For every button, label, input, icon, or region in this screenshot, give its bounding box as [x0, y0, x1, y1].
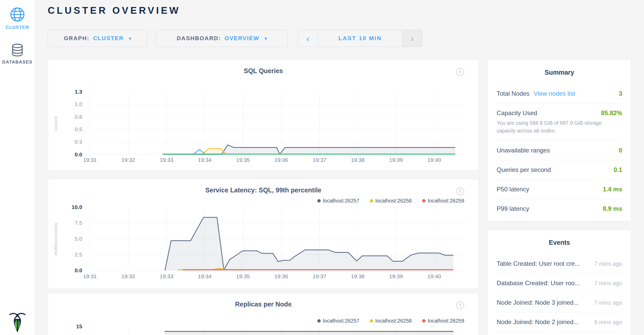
summary-description: You are using 598.9 GiB of 697.9 GiB sto…: [497, 119, 622, 135]
dashboard-dropdown[interactable]: DASHBOARD: OVERVIEW ▾: [156, 30, 288, 47]
charts-column: SQL Queries ! 19:3119:3219:3319:3419:351…: [48, 60, 479, 335]
database-icon: [10, 43, 24, 57]
y-tick-label: 1.3: [75, 89, 82, 95]
y-axis-title: milliseconds: [53, 222, 58, 255]
chevron-down-icon: ▾: [264, 36, 267, 41]
y-axis-title: count: [53, 116, 58, 131]
series-fill-localhost:26257: [165, 217, 454, 270]
x-tick-label: 19:35: [236, 273, 250, 279]
event-time: 7 mins ago: [588, 299, 622, 306]
chart-card-sql-queries: SQL Queries ! 19:3119:3219:3319:3419:351…: [48, 60, 479, 171]
cockroachdb-logo-icon: [8, 312, 26, 333]
service-latency-chart[interactable]: 19:3119:3219:3319:3419:3519:3619:3719:38…: [48, 201, 479, 288]
x-tick-label: 19:32: [121, 273, 135, 279]
x-tick-label: 19:36: [275, 273, 288, 279]
x-tick-label: 19:33: [160, 273, 173, 279]
sidebar: CLUSTER DATABASES: [0, 0, 35, 335]
x-tick-label: 19:38: [351, 273, 365, 279]
y-tick-label: 15: [76, 323, 83, 329]
event-text: Node Joined: Node 2 joined...: [497, 318, 579, 326]
time-prev-button[interactable]: ‹: [298, 30, 318, 47]
x-tick-label: 19:39: [389, 157, 403, 163]
summary-label: P50 latency: [497, 186, 529, 193]
y-tick-label: 2.5: [75, 252, 82, 257]
graph-dropdown[interactable]: GRAPH: CLUSTER ▾: [48, 30, 147, 47]
time-range-label[interactable]: LAST 10 MIN: [318, 30, 402, 47]
sidebar-item-label: DATABASES: [2, 60, 33, 65]
x-tick-label: 19:37: [313, 273, 326, 279]
x-tick-label: 19:33: [160, 157, 173, 163]
time-next-button[interactable]: ›: [402, 30, 422, 47]
graph-dropdown-value: CLUSTER: [93, 35, 124, 42]
dashboard-dropdown-label: DASHBOARD:: [177, 35, 221, 42]
summary-row: Capacity Used85.82%You are using 598.9 G…: [497, 103, 622, 141]
summary-label: Unavailable ranges: [497, 147, 550, 154]
event-row[interactable]: Node Joined: Node 2 joined...8 mins ago: [497, 312, 622, 332]
globe-icon: [10, 7, 25, 22]
sidebar-item-cluster[interactable]: CLUSTER: [0, 0, 35, 30]
time-range-selector: ‹ LAST 10 MIN ›: [298, 30, 422, 47]
chart-title: Replicas per Node: [48, 293, 479, 308]
sidebar-item-label: CLUSTER: [6, 25, 29, 30]
x-tick-label: 19:34: [198, 273, 212, 279]
x-tick-label: 19:38: [351, 157, 365, 163]
event-time: 7 mins ago: [588, 280, 622, 287]
replicas-per-node-chart[interactable]: 19:3119:3219:3319:3419:3519:3619:3719:38…: [48, 322, 479, 335]
y-tick-label: 0.0: [75, 151, 82, 157]
y-tick-label: 0.0: [75, 267, 82, 273]
event-time: 7 mins ago: [588, 261, 622, 267]
summary-value: 85.82%: [598, 109, 622, 117]
summary-value: 3: [616, 90, 622, 97]
event-text: Database Created: User roo...: [497, 280, 580, 287]
x-tick-label: 19:37: [313, 157, 326, 163]
events-panel: Events Table Created: User root cre...7 …: [488, 230, 631, 335]
y-tick-label: 0.3: [75, 139, 82, 145]
right-column: Summary Total NodesView nodes list3Capac…: [488, 60, 631, 335]
sql-queries-chart[interactable]: 19:3119:3219:3319:3419:3519:3619:3719:38…: [48, 74, 479, 168]
summary-value: 0: [616, 147, 622, 154]
info-icon[interactable]: !: [456, 302, 464, 309]
chart-title: Service Latency: SQL, 99th percentile: [48, 179, 479, 194]
event-row[interactable]: Node Joined: Node 3 joined...7 mins ago: [497, 293, 622, 312]
chart-card-service-latency: Service Latency: SQL, 99th percentile ! …: [48, 179, 479, 289]
event-text: Node Joined: Node 3 joined...: [497, 299, 579, 306]
x-tick-label: 19:36: [275, 157, 288, 163]
summary-panel: Summary Total NodesView nodes list3Capac…: [488, 60, 631, 221]
events-title: Events: [497, 230, 622, 254]
view-nodes-list-link[interactable]: View nodes list: [534, 90, 575, 97]
summary-value: 0.1: [611, 166, 622, 173]
summary-row: Queries per second0.1: [497, 160, 622, 179]
series-fill-localhost:26257: [165, 331, 453, 335]
event-row[interactable]: Node Joined: Node 1 joined...8 mins ago: [497, 332, 622, 335]
y-tick-label: 0.5: [75, 126, 82, 132]
x-tick-label: 19:40: [427, 157, 441, 163]
summary-label: Capacity Used: [497, 109, 537, 117]
event-row[interactable]: Database Created: User roo...7 mins ago: [497, 274, 622, 293]
x-tick-label: 19:34: [198, 157, 212, 163]
x-tick-label: 19:31: [83, 157, 97, 163]
info-icon[interactable]: !: [456, 187, 464, 195]
graph-dropdown-label: GRAPH:: [64, 35, 90, 42]
sidebar-item-databases[interactable]: DATABASES: [0, 30, 35, 65]
x-tick-label: 19:35: [236, 157, 250, 163]
summary-title: Summary: [497, 60, 622, 84]
dashboard-dropdown-value: OVERVIEW: [224, 35, 259, 42]
event-text: Table Created: User root cre...: [497, 260, 580, 267]
chart-card-replicas-per-node: Replicas per Node ! localhost:26257local…: [48, 293, 479, 335]
y-tick-label: 1.0: [75, 101, 82, 107]
chevron-down-icon: ▾: [129, 36, 132, 41]
summary-label: P99 latency: [497, 205, 529, 212]
summary-row: P50 latency1.4 ms: [497, 179, 622, 199]
event-row[interactable]: Table Created: User root cre...7 mins ag…: [497, 254, 622, 274]
x-tick-label: 19:31: [83, 273, 97, 279]
x-tick-label: 19:39: [389, 273, 403, 279]
y-tick-label: 0.8: [75, 114, 82, 120]
y-tick-label: 7.5: [75, 220, 82, 226]
summary-value: 8.9 ms: [600, 205, 622, 212]
chart-title: SQL Queries: [48, 60, 479, 75]
summary-row: Unavailable ranges0: [497, 141, 622, 160]
summary-row: Total NodesView nodes list3: [497, 84, 622, 103]
summary-row: P99 latency8.9 ms: [497, 199, 622, 218]
main-content: CLUSTER OVERVIEW GRAPH: CLUSTER ▾ DASHBO…: [35, 0, 644, 335]
summary-label: Queries per second: [497, 166, 551, 173]
